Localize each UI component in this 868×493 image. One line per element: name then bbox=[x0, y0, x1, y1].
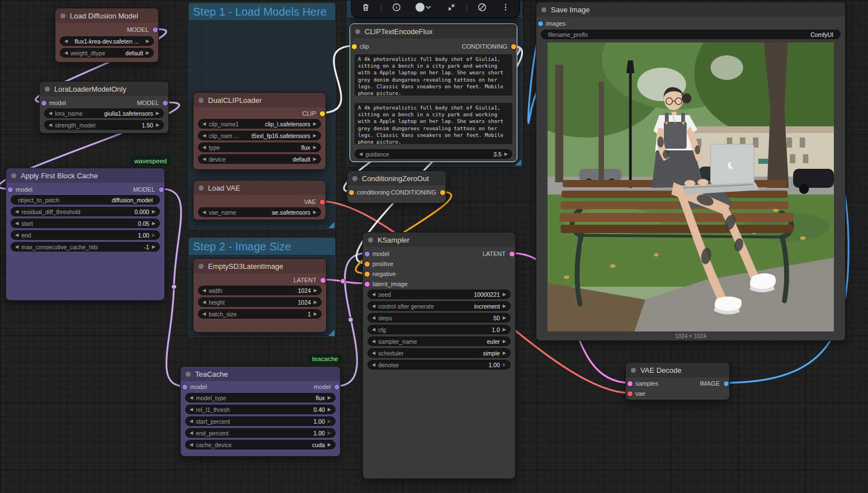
info-icon[interactable] bbox=[388, 1, 405, 14]
selection-toolbar bbox=[351, 0, 520, 18]
collapse-icon[interactable] bbox=[443, 1, 460, 14]
more-icon[interactable] bbox=[497, 1, 514, 14]
node-tag-wavespeed: wavespeed bbox=[130, 156, 171, 166]
delete-icon[interactable] bbox=[357, 1, 374, 14]
bypass-icon[interactable] bbox=[474, 1, 490, 14]
toolbar-divider bbox=[381, 3, 381, 12]
chevron-down-icon bbox=[426, 6, 431, 8]
tags-layer: wavespeedteacache bbox=[0, 0, 868, 493]
toolbar-divider bbox=[466, 3, 467, 12]
node-graph-canvas[interactable]: Step 1 - Load Models HereStep 2 - Image … bbox=[0, 0, 868, 493]
color-swatch[interactable] bbox=[412, 1, 436, 14]
node-tag-teacache: teacache bbox=[308, 354, 342, 364]
